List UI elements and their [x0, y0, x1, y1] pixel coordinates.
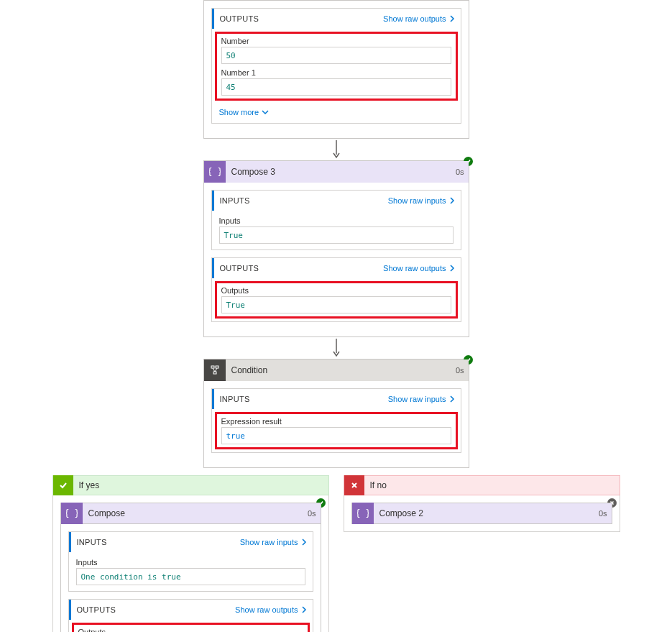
field-value: 45	[226, 83, 236, 92]
field-label: Inputs	[76, 558, 305, 567]
inputs-panel-title: INPUTS	[220, 395, 388, 403]
action-title: Condition	[226, 365, 469, 375]
show-raw-outputs-link[interactable]: Show raw outputs	[383, 264, 454, 273]
field-label: Number 1	[221, 68, 451, 77]
field-label: Outputs	[78, 628, 303, 632]
action-duration: 0s	[456, 366, 464, 375]
condition-card: Condition 0s INPUTS Show raw inputs Expr…	[203, 359, 469, 468]
action-title: Compose 2	[374, 508, 612, 518]
compose2-header[interactable]: { } Compose 2 0s	[351, 503, 612, 524]
action-duration: 0s	[308, 509, 316, 518]
check-icon	[53, 475, 73, 495]
field-label: Number	[221, 37, 451, 45]
outputs-panel: OUTPUTS Show raw outputs Outputs One con…	[68, 599, 313, 632]
show-raw-inputs-link[interactable]: Show raw inputs	[240, 538, 307, 546]
if-yes-header[interactable]: If yes	[52, 475, 329, 495]
svg-text:{ }: { }	[357, 508, 369, 518]
chevron-right-icon	[449, 15, 455, 22]
inputs-panel: INPUTS Show raw inputs Inputs One condit…	[68, 531, 313, 592]
svg-line-7	[215, 368, 217, 372]
chevron-right-icon	[301, 539, 307, 546]
svg-rect-3	[211, 366, 214, 368]
chevron-right-icon	[449, 265, 455, 272]
action-duration: 0s	[456, 168, 464, 176]
chevron-right-icon	[449, 197, 455, 204]
inputs-panel: INPUTS Show raw inputs Inputs True	[211, 190, 461, 250]
field-label: Outputs	[221, 286, 451, 295]
show-raw-outputs-link[interactable]: Show raw outputs	[235, 605, 306, 614]
field-value: True	[224, 231, 244, 240]
outputs-panel: OUTPUTS Show raw outputs Outputs True	[211, 257, 461, 322]
action-title: Compose 3	[226, 167, 469, 177]
highlighted-region: Number 50 Number 1 45	[215, 32, 458, 101]
field-value: 50	[226, 51, 236, 60]
inputs-panel-title: INPUTS	[77, 538, 240, 546]
action-duration: 0s	[599, 509, 607, 518]
show-more-link[interactable]: Show more	[219, 105, 270, 116]
compose-icon: { }	[352, 503, 374, 524]
outputs-panel-title: OUTPUTS	[220, 264, 384, 273]
highlighted-region: Expression result true	[215, 412, 458, 449]
field-label: Inputs	[219, 216, 454, 225]
flow-arrow-icon	[203, 139, 469, 160]
highlighted-region: Outputs True	[215, 281, 458, 319]
field-label: Expression result	[221, 417, 451, 426]
show-raw-inputs-link[interactable]: Show raw inputs	[388, 395, 455, 403]
chevron-right-icon	[301, 606, 307, 613]
svg-rect-4	[216, 366, 218, 368]
field-value: One condition is true	[81, 572, 181, 582]
outputs-panel-title: OUTPUTS	[220, 14, 384, 23]
if-no-header[interactable]: If no	[344, 475, 620, 495]
outputs-panel: OUTPUTS Show raw outputs Number 50 Numbe…	[211, 8, 461, 124]
svg-text:{ }: { }	[66, 508, 78, 518]
compose-card: { } Compose 0s INPUTS Show raw inputs	[60, 503, 321, 632]
if-no-branch: If no { } Compose 2 0s	[344, 475, 620, 632]
chevron-down-icon	[262, 109, 269, 115]
branch-label: If no	[364, 480, 387, 490]
svg-rect-5	[213, 372, 216, 374]
compose2-card: { } Compose 2 0s	[351, 503, 612, 524]
highlighted-region: Outputs One condition is true	[72, 623, 310, 632]
show-raw-outputs-link[interactable]: Show raw outputs	[383, 14, 454, 23]
field-value: true	[226, 431, 246, 441]
condition-header[interactable]: Condition 0s	[204, 359, 469, 381]
outputs-panel-title: OUTPUTS	[77, 605, 236, 614]
chevron-right-icon	[449, 395, 455, 403]
svg-line-6	[213, 368, 215, 372]
compose3-card: { } Compose 3 0s INPUTS Show raw inputs …	[203, 160, 469, 337]
field-value: True	[226, 301, 246, 310]
if-yes-branch: If yes { } Compose 0s INPUTS	[52, 475, 329, 632]
compose-icon: { }	[204, 161, 226, 183]
action-title: Compose	[83, 508, 321, 518]
condition-icon	[204, 359, 226, 381]
branch-label: If yes	[73, 480, 100, 490]
inputs-panel: INPUTS Show raw inputs Expression result…	[211, 388, 461, 453]
compose-icon: { }	[61, 503, 83, 524]
close-icon	[344, 475, 364, 495]
inputs-panel-title: INPUTS	[220, 196, 388, 205]
show-raw-inputs-link[interactable]: Show raw inputs	[388, 196, 455, 205]
svg-text:{ }: { }	[209, 167, 221, 177]
compose-header[interactable]: { } Compose 0s	[60, 503, 321, 524]
compose3-header[interactable]: { } Compose 3 0s	[204, 161, 469, 183]
flow-arrow-icon	[203, 337, 469, 359]
